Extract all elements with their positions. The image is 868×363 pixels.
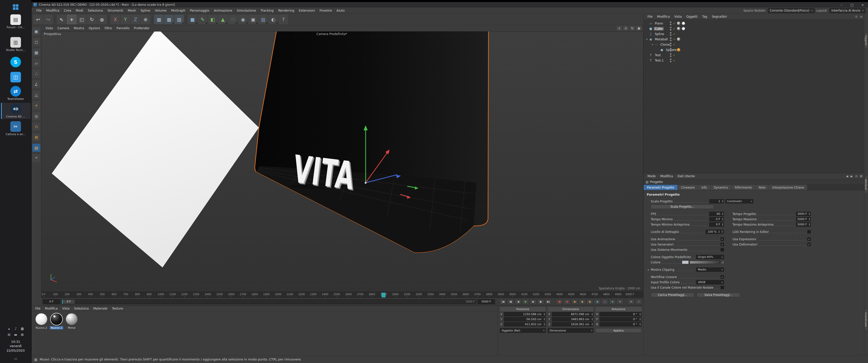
spinner-arrows-icon[interactable]: ▲▼ xyxy=(592,318,593,321)
coord-field-posizione-x[interactable]: 1150.586 cm▲▼ xyxy=(504,312,546,317)
redo-icon[interactable]: ↪ xyxy=(43,14,53,24)
expander-icon[interactable]: ▸ xyxy=(646,268,651,271)
material-menu-texture[interactable]: Texture xyxy=(110,307,125,310)
expander-icon[interactable]: ▾ xyxy=(651,43,654,46)
start-button[interactable] xyxy=(10,2,21,12)
phong-tag-icon[interactable] xyxy=(677,38,680,41)
viewport-menu-mostra[interactable]: Mostra xyxy=(71,27,86,30)
taskbar-cattura[interactable]: ✂Cattura e an... xyxy=(1,121,31,137)
am-lock-icon[interactable]: ⊠ xyxy=(860,174,863,178)
object-row-cloner[interactable]: ▾∷Cloner✓ xyxy=(644,42,864,47)
dock-tab-coordinate[interactable]: Coordinate xyxy=(865,309,868,330)
tab-riferimento[interactable]: Riferimento xyxy=(732,185,755,190)
render-visibility-dot[interactable] xyxy=(670,50,672,52)
tray-volume-icon[interactable]: ♪ xyxy=(14,327,17,330)
keyframe-presets-icon[interactable]: ▾ xyxy=(617,299,623,304)
render-visibility-dot[interactable] xyxy=(670,56,672,57)
model-mode-icon[interactable]: ◻ xyxy=(32,38,40,46)
field-scala-progetto[interactable]: 1▲▼ xyxy=(709,199,724,203)
phong-tag-icon[interactable] xyxy=(677,22,680,25)
field-tempo-progetto[interactable]: 3000 F▲▼ xyxy=(796,212,811,216)
extrude-generator-icon[interactable]: ▲ xyxy=(218,14,227,24)
taskbar-studio[interactable]: ▥Studio Tecni... xyxy=(1,36,31,53)
tab-note[interactable]: Note xyxy=(755,185,769,190)
render-view-icon[interactable]: ▦ xyxy=(154,14,164,24)
live-selection-icon[interactable]: ⇖ xyxy=(57,14,66,24)
spinner-arrows-icon[interactable]: ▲▼ xyxy=(722,200,723,203)
environment-icon[interactable]: ◐ xyxy=(269,14,278,24)
coord-field-dimensione-x[interactable]: 6671.096 cm▲▼ xyxy=(552,312,594,317)
dock-tab-attributi[interactable]: Attributi xyxy=(865,176,868,193)
quantize-icon[interactable]: ⊞ xyxy=(32,133,40,141)
coord-size-dropdown[interactable]: Dimensione▾ xyxy=(548,328,594,333)
spinner-arrows-icon[interactable]: ▲▼ xyxy=(640,323,641,326)
dropdown-input-profilo-colore[interactable]: sRGB▾ xyxy=(696,280,724,284)
field-tempo-minimo-anteprima[interactable]: 0 F▲▼ xyxy=(709,222,724,227)
taskbar-cinema4d[interactable]: 4DCinema 4D ... xyxy=(1,103,31,119)
preview-end-field[interactable]: 5000 F xyxy=(477,299,495,304)
dropdown-colore-oggetto-predefinito[interactable]: Grigio 60%▾ xyxy=(696,255,724,259)
field-livello-di-dettaglio[interactable]: 100 %▲▼ xyxy=(706,230,720,234)
enabled-check-icon[interactable]: ✓ xyxy=(673,32,676,36)
snap-toggle-icon[interactable]: ∩ xyxy=(32,123,40,131)
menu-simulazione[interactable]: Simulazione xyxy=(235,8,258,12)
material-menu-file[interactable]: File xyxy=(33,307,43,310)
viewport-menu-opzioni[interactable]: Opzioni xyxy=(86,27,102,30)
material-menu-vista[interactable]: Vista xyxy=(60,307,72,310)
menu-strumenti[interactable]: Strumenti xyxy=(105,8,125,12)
color-gradient-bar[interactable] xyxy=(690,261,720,264)
object-menu-tag[interactable]: Tag xyxy=(700,15,710,19)
maximize-button[interactable]: □ xyxy=(847,2,858,7)
object-row-cubo[interactable]: ■Cubo✓ xyxy=(644,26,864,31)
object-menu-file[interactable]: File xyxy=(645,15,655,19)
menu-modifica[interactable]: Modifica xyxy=(44,8,62,12)
goto-end-button[interactable]: ▶| xyxy=(545,299,552,304)
scale-tool-icon[interactable]: ◰ xyxy=(77,14,87,24)
toggle-view-icon[interactable]: ▣ xyxy=(637,26,642,31)
editor-visibility-dot[interactable] xyxy=(670,32,672,34)
object-menu-modifica[interactable]: Modifica xyxy=(655,15,672,19)
checkbox-usa-espressioni[interactable]: ✓ xyxy=(807,237,811,241)
subdivision-surface-icon[interactable]: ◧ xyxy=(208,14,217,24)
coord-field-posizione-y[interactable]: -56.593 cm▲▼ xyxy=(504,317,546,321)
object-name[interactable]: Cloner xyxy=(659,43,671,46)
record-rotation-toggle[interactable]: ◆ xyxy=(586,299,593,304)
polygons-mode-icon[interactable]: △ xyxy=(32,91,40,99)
viewport-menu-vista[interactable]: Vista xyxy=(43,27,55,30)
checkbox-usa-il-canale-colore-nel-materiale-nodale[interactable] xyxy=(721,286,724,289)
menu-tracking[interactable]: Tracking xyxy=(258,8,276,12)
visibility-dots[interactable] xyxy=(670,32,672,36)
undo-icon[interactable]: ↩ xyxy=(33,14,43,24)
current-frame-handle[interactable]: 0 F xyxy=(62,300,75,304)
spinner-arrows-icon[interactable]: ▲▼ xyxy=(722,223,723,226)
enabled-check-icon[interactable]: ✓ xyxy=(673,38,676,41)
spinner-arrows-icon[interactable]: ▲▼ xyxy=(544,318,545,321)
object-name[interactable]: Piano xyxy=(654,22,664,25)
spinner-arrows-icon[interactable]: ▲▼ xyxy=(722,212,723,215)
menu-seleziona[interactable]: Seleziona xyxy=(86,8,105,12)
material-item-nuovo-2[interactable]: Nuovo.2 xyxy=(35,314,48,330)
menu-mograph[interactable]: MoGraph xyxy=(169,8,188,12)
orange-tag-icon[interactable] xyxy=(677,48,680,52)
titlebar[interactable]: Cinema 4D S22.016 (RC) DEMO - [22-05-202… xyxy=(32,2,868,7)
prev-frame-button[interactable]: ◀ xyxy=(515,299,521,304)
object-menu-oggetti[interactable]: Oggetti xyxy=(684,15,700,19)
taskbar-skype[interactable]: S xyxy=(1,56,31,68)
editor-visibility-dot[interactable] xyxy=(670,59,672,60)
object-name[interactable]: Metaball xyxy=(654,38,669,41)
menu-finestre[interactable]: Finestre xyxy=(317,8,334,12)
chevron-down-icon[interactable]: ▾ xyxy=(720,230,724,234)
view-label[interactable]: Prospettiva xyxy=(44,32,61,36)
attribute-menu-dati-utente[interactable]: Dati Utente xyxy=(675,174,697,178)
show-desktop-button[interactable]: ▭ xyxy=(14,357,17,361)
coord-field-posizione-z[interactable]: 411.832 cm▲▼ xyxy=(504,322,546,326)
display-mode-icon[interactable]: ▥ xyxy=(258,14,268,24)
tab-parametri-progetto[interactable]: Parametri Progetto xyxy=(644,185,678,190)
edges-mode-icon[interactable]: ∠ xyxy=(32,80,40,88)
tray-expand-icon[interactable]: ▴ xyxy=(7,327,10,330)
plane-object[interactable] xyxy=(52,32,259,267)
dropdown-mostra-clipping[interactable]: Medio▾ xyxy=(696,267,724,272)
autokey-button[interactable]: ◉ xyxy=(564,299,570,304)
render-settings-icon[interactable]: ▧ xyxy=(174,14,184,24)
tray-message-icon[interactable]: ⊠ xyxy=(21,333,24,336)
